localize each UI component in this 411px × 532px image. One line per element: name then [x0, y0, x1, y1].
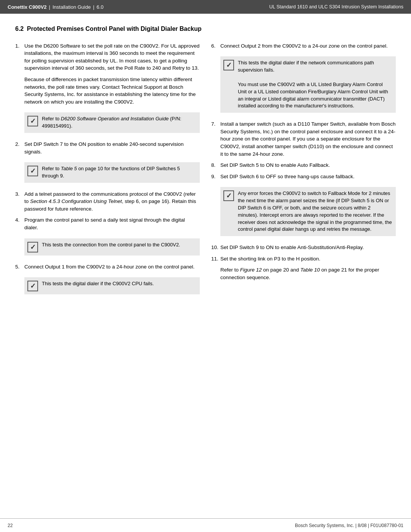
list-content: Set DIP Switch 5 to ON to enable Auto Fa… [220, 161, 396, 169]
list-number [15, 76, 23, 105]
list-item: 2. Set DIP Switch 7 to the ON position t… [15, 141, 200, 155]
list-content: ✓ This tests the digital dialer if the n… [220, 53, 396, 117]
right-list: 6. Connect Output 2 from the C900V2 to a… [211, 42, 396, 281]
section-heading: 6.2 Protected Premises Control Panel wit… [15, 25, 396, 33]
list-content: Because of differences in packet transmi… [24, 76, 200, 105]
section-title: Protected Premises Control Panel with Di… [27, 26, 202, 32]
list-number [15, 109, 23, 137]
note-text: Refer to D6200 Software Operation and In… [42, 115, 196, 130]
list-number: 9. [211, 173, 219, 181]
list-number [15, 159, 23, 187]
list-item: 8. Set DIP Switch 5 to ON to enable Auto… [211, 161, 396, 169]
list-content: Refer to Figure 12 on page 20 and Table … [220, 266, 396, 281]
note-box: ✓ Refer to D6200 Software Operation and … [24, 112, 200, 133]
list-content: Set DIP Switch 9 to ON to enable Anti-Su… [220, 244, 396, 251]
list-content: ✓ Refer to Table 5 on page 10 for the fu… [24, 159, 200, 187]
footer-bar: 22 Bosch Security Systems, Inc. | 8/08 |… [0, 518, 411, 532]
list-number: 10. [211, 244, 219, 251]
list-number [15, 235, 23, 259]
list-number: 3. [15, 190, 23, 213]
list-item: 9. Set DIP Switch 6 to OFF so three hang… [211, 173, 396, 181]
list-number [211, 53, 219, 117]
list-item: Because of differences in packet transmi… [15, 76, 200, 105]
list-content: Program the control panel to send a dail… [24, 216, 200, 231]
section-number: 6.2 [15, 26, 24, 32]
list-content: Install a tamper switch (such as a D110 … [220, 120, 396, 158]
list-item: ✓ This tests the digital dialer if the C… [15, 274, 200, 298]
list-content: ✓ Any error forces the C900V2 to switch … [220, 184, 396, 240]
note-text: This tests the digital dialer if the net… [238, 59, 392, 110]
list-number: 1. [15, 42, 23, 72]
list-content: ✓ This tests the digital dialer if the C… [24, 274, 200, 298]
page-content: 6.2 Protected Premises Control Panel wit… [0, 14, 411, 321]
header-sep1: | [49, 4, 50, 10]
list-number: 7. [211, 120, 219, 158]
footer-right-text: Bosch Security Systems, Inc. | 8/08 | F0… [295, 523, 403, 528]
list-item: 4. Program the control panel to send a d… [15, 216, 200, 231]
checkmark-icon: ✓ [27, 242, 38, 252]
list-number [15, 274, 23, 298]
list-content: Use the D6200 Software to set the poll r… [24, 42, 200, 72]
list-item: 7. Install a tamper switch (such as a D1… [211, 120, 396, 158]
list-item: 1. Use the D6200 Software to set the pol… [15, 42, 200, 72]
left-list: 1. Use the D6200 Software to set the pol… [15, 42, 200, 298]
header-right-text: UL Standard 1610 and ULC S304 Intrusion … [269, 4, 403, 10]
list-item: 6. Connect Output 2 from the C900V2 to a… [211, 42, 396, 50]
right-column: 6. Connect Output 2 from the C900V2 to a… [211, 42, 396, 302]
note-text: This tests the digital dialer if the C90… [42, 280, 196, 288]
list-number [211, 184, 219, 240]
list-number: 5. [15, 263, 23, 271]
list-number: 8. [211, 161, 219, 169]
page-number: 22 [8, 523, 13, 528]
checkmark-icon: ✓ [223, 190, 234, 201]
list-content: Connect Output 1 from the C900V2 to a 24… [24, 263, 200, 271]
list-number: 4. [15, 216, 23, 231]
header-bar: Conettix C900V2 | Installation Guide | 6… [0, 0, 411, 14]
note-box: ✓ This tests the connection from the con… [24, 238, 200, 256]
two-col-layout: 1. Use the D6200 Software to set the pol… [15, 42, 396, 302]
note-text: Refer to Table 5 on page 10 for the func… [42, 165, 196, 180]
note-box: ✓ Refer to Table 5 on page 10 for the fu… [24, 162, 200, 183]
list-content: Set the shorting link on P3 to the H pos… [220, 255, 396, 263]
list-item: Refer to Figure 12 on page 20 and Table … [211, 266, 396, 281]
checkmark-icon: ✓ [223, 60, 234, 70]
list-item: ✓ This tests the connection from the con… [15, 235, 200, 259]
list-number: 2. [15, 141, 23, 155]
list-item: 11. Set the shorting link on P3 to the H… [211, 255, 396, 263]
list-number: 6. [211, 42, 219, 50]
list-number [211, 266, 219, 281]
brand-name: Conettix C900V2 [8, 4, 47, 10]
list-content: Set DIP Switch 7 to the ON position to e… [24, 141, 200, 155]
version-number: 6.0 [97, 4, 104, 10]
note-box: ✓ Any error forces the C900V2 to switch … [220, 187, 396, 236]
checkmark-icon: ✓ [27, 116, 38, 126]
list-item: 5. Connect Output 1 from the C900V2 to a… [15, 263, 200, 271]
list-content: ✓ Refer to D6200 Software Operation and … [24, 109, 200, 137]
checkmark-icon: ✓ [27, 166, 38, 176]
list-item: 10. Set DIP Switch 9 to ON to enable Ant… [211, 244, 396, 251]
list-item: ✓ Refer to D6200 Software Operation and … [15, 109, 200, 137]
list-content: Add a telnet password to the communicati… [24, 190, 200, 213]
header-sep2: | [93, 4, 94, 10]
checkmark-icon: ✓ [27, 281, 38, 291]
list-content: ✓ This tests the connection from the con… [24, 235, 200, 259]
list-item: ✓ This tests the digital dialer if the n… [211, 53, 396, 117]
note-box: ✓ This tests the digital dialer if the C… [24, 277, 200, 294]
list-item: 3. Add a telnet password to the communic… [15, 190, 200, 213]
note-text: Any error forces the C900V2 to switch to… [238, 190, 392, 233]
list-item: ✓ Any error forces the C900V2 to switch … [211, 184, 396, 240]
list-content: Set DIP Switch 6 to OFF so three hang-up… [220, 173, 396, 181]
note-text: This tests the connection from the contr… [42, 241, 196, 249]
list-item: ✓ Refer to Table 5 on page 10 for the fu… [15, 159, 200, 187]
left-column: 1. Use the D6200 Software to set the pol… [15, 42, 200, 302]
guide-title: Installation Guide [53, 4, 91, 10]
list-content: Connect Output 2 from the C900V2 to a 24… [220, 42, 396, 50]
list-number: 11. [211, 255, 219, 263]
note-box: ✓ This tests the digital dialer if the n… [220, 56, 396, 113]
